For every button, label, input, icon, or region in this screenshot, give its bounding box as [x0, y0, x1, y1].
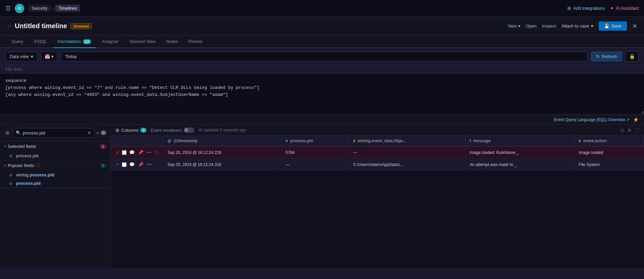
breadcrumb-separator: ›	[52, 5, 54, 11]
inspect-button[interactable]: Inspect	[542, 23, 556, 29]
calendar-button[interactable]: 📅 ▾	[41, 52, 57, 61]
add-integrations-label: Add integrations	[573, 6, 605, 11]
data-view-button[interactable]: Data view ▾	[5, 52, 38, 61]
k2-icon: k	[579, 139, 581, 143]
tab-pinned[interactable]: Pinned	[184, 36, 206, 48]
lock-icon: 🔒	[629, 54, 635, 59]
search-wrap: 🔍 ✕	[13, 128, 94, 137]
selected-fields-header[interactable]: ▾ Selected fields 1	[0, 141, 110, 152]
row2-winlog: C:\Users\Adam\AppData\L...	[349, 159, 465, 171]
col-actions	[111, 136, 163, 146]
save-icon: 💾	[604, 23, 609, 29]
event-renderers-toggle: Event renderers	[150, 127, 194, 133]
col-process-pid[interactable]: # process.pid	[281, 136, 349, 146]
open-button[interactable]: Open	[526, 23, 537, 29]
clear-search-button[interactable]: ✕	[87, 130, 91, 135]
note-row1-button[interactable]: 💬	[129, 149, 135, 156]
save-label: Save	[611, 23, 622, 29]
field-type-hash-icon: #	[8, 154, 13, 158]
correlation-badge: 12	[83, 39, 91, 44]
tab-session-view[interactable]: Session View	[125, 36, 160, 48]
more-row1-button[interactable]: •••	[146, 149, 152, 156]
row1-winlog: —	[349, 146, 465, 159]
timeline-title: Untitled timeline	[15, 22, 67, 30]
settings-view-icon[interactable]: ⚙	[628, 128, 632, 133]
eql-section: EQL query sequence [process where winlog…	[0, 65, 644, 125]
columns-button[interactable]: ⊞ Columns 5	[116, 128, 146, 133]
results-table: @ @timestamp # process.pid k winlog.even…	[111, 136, 644, 268]
f-icon: f	[470, 139, 471, 143]
field-type-hash2-icon: #	[8, 173, 13, 177]
save-button[interactable]: 💾 Save	[599, 21, 627, 31]
pin-row2-button[interactable]: 📌	[137, 161, 144, 168]
event-renderers-label: Event renderers	[150, 128, 182, 133]
refresh-button[interactable]: ↻ Refresh	[591, 52, 622, 61]
field-item-process-pid-selected[interactable]: # process.pid	[0, 152, 110, 160]
ai-assistant-button[interactable]: ✦ AI Assistant	[610, 6, 639, 11]
expand-row1-button[interactable]: ↗	[115, 149, 120, 156]
col-message[interactable]: f message	[465, 136, 574, 146]
popular-fields-section: ▾ Popular fields ⓘ 2 # winlog.process.pi…	[0, 160, 110, 188]
sidebar-search-row: ⊞ 🔍 ✕ ≡ 0	[0, 125, 110, 141]
updated-text-label: Updated 2 seconds ago	[203, 128, 246, 132]
action-row1-button[interactable]: ⬡	[154, 149, 159, 156]
eql-settings-icon[interactable]: ⚡	[633, 117, 639, 122]
pin-row1-button[interactable]: 📌	[137, 149, 144, 156]
popular-fields-info-icon: ⓘ	[36, 163, 40, 168]
row2-checkbox[interactable]	[122, 162, 127, 167]
unsaved-badge: Unsaved	[71, 23, 92, 29]
eql-label: EQL query	[0, 65, 644, 73]
selected-fields-badge: 1	[100, 144, 106, 149]
grid-view-icon[interactable]: ⊡	[620, 128, 624, 133]
note-row2-button[interactable]: 💬	[129, 161, 135, 168]
fullscreen-icon[interactable]: ⛶	[635, 128, 639, 133]
search-input[interactable]	[23, 130, 85, 135]
eql-overview-link[interactable]: Event Query Language (EQL) Overview ↗	[554, 117, 630, 122]
hash-icon: #	[286, 139, 288, 143]
calendar-chevron-icon: ▾	[51, 54, 54, 59]
calendar-icon: 📅	[45, 54, 50, 59]
close-button[interactable]: ✕	[632, 22, 637, 30]
col-event-action[interactable]: k event.action	[574, 136, 644, 146]
row2-timestamp: Sep 20, 2024 @ 16:12:24.316	[163, 159, 281, 171]
tab-analyzer[interactable]: Analyzer	[97, 36, 124, 48]
sidebar-toggle-icon[interactable]: ⊞	[4, 129, 11, 136]
field-item-process-pid-popular[interactable]: # process.pid	[0, 179, 110, 187]
col-winlog-event-data[interactable]: k winlog.event_data.Obje...	[349, 136, 465, 146]
row1-checkbox[interactable]	[122, 150, 127, 155]
popular-fields-badge: 2	[100, 163, 106, 168]
attach-to-case-button[interactable]: Attach to case ▾	[561, 23, 593, 29]
breadcrumb-timelines[interactable]: Timelines	[55, 5, 80, 12]
tab-query[interactable]: Query	[7, 36, 28, 48]
new-button[interactable]: New ▾	[508, 23, 520, 29]
lock-button[interactable]: 🔒	[626, 51, 639, 61]
avatar: D	[15, 4, 24, 13]
tab-correlation[interactable]: Correlation 12	[53, 36, 96, 48]
event-renderers-switch[interactable]	[184, 127, 194, 133]
columns-icon: ⊞	[116, 128, 119, 133]
new-label: New	[508, 23, 517, 29]
more-row2-button[interactable]: •••	[146, 161, 152, 168]
date-input[interactable]	[61, 52, 588, 61]
add-integrations-button[interactable]: ⊞ Add integrations	[567, 6, 605, 11]
tab-notes[interactable]: Notes	[162, 36, 182, 48]
data-view-chevron-icon: ▾	[31, 54, 33, 59]
menu-icon[interactable]: ☰	[5, 5, 11, 12]
gear-icon: ⚙	[198, 128, 202, 132]
field-item-winlog-process-pid[interactable]: # winlog.process.pid	[0, 171, 110, 179]
col-timestamp[interactable]: @ @timestamp	[163, 136, 281, 146]
timeline-header: ☆ Untitled timeline Unsaved New ▾ Open I…	[0, 17, 644, 36]
breadcrumb-security[interactable]: Security	[28, 5, 51, 12]
eql-textarea[interactable]: sequence [process where winlog.event_id …	[0, 73, 644, 114]
timeline-actions: New ▾ Open Inspect Attach to case ▾ 💾 Sa…	[508, 21, 637, 31]
k-icon: k	[353, 139, 355, 143]
popular-fields-chevron-icon: ▾	[4, 164, 6, 167]
tab-esql[interactable]: ES|QL	[29, 36, 51, 48]
popular-fields-header[interactable]: ▾ Popular fields ⓘ 2	[0, 160, 110, 171]
at-icon: @	[168, 139, 171, 143]
filter-button[interactable]: ≡ 0	[96, 130, 106, 135]
row1-event-action: Image loaded	[574, 146, 644, 159]
favorite-icon[interactable]: ☆	[7, 23, 11, 29]
expand-row2-button[interactable]: ↗	[115, 161, 120, 168]
refresh-icon: ↻	[596, 54, 600, 59]
